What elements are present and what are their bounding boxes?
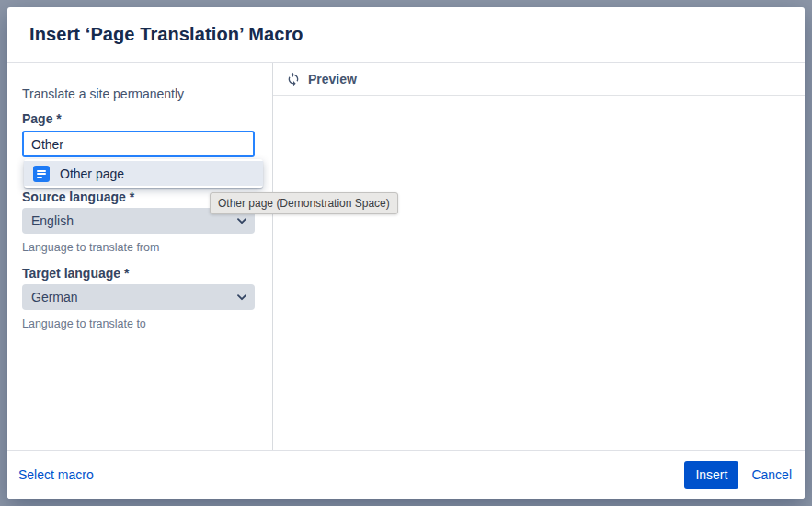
- dialog-footer: Select macro Insert Cancel: [7, 450, 805, 499]
- target-language-select[interactable]: German: [22, 284, 255, 310]
- macro-description: Translate a site permanently: [22, 86, 184, 101]
- insert-button[interactable]: Insert: [684, 461, 738, 489]
- preview-header: Preview: [273, 63, 805, 96]
- dialog-header: Insert ‘Page Translation’ Macro: [7, 7, 805, 63]
- macro-form-panel: Translate a site permanently Page * Othe…: [7, 63, 272, 450]
- target-language-helper: Language to translate to: [22, 317, 146, 330]
- preview-panel: Preview: [272, 63, 805, 450]
- source-language-helper: Language to translate from: [22, 241, 159, 254]
- page-suggestion-dropdown: Other page: [24, 159, 263, 188]
- source-language-label: Source language *: [22, 190, 134, 204]
- select-macro-link[interactable]: Select macro: [18, 467, 94, 482]
- cancel-link[interactable]: Cancel: [751, 467, 792, 482]
- preview-title: Preview: [308, 72, 357, 86]
- target-language-label: Target language *: [22, 266, 129, 281]
- page-input[interactable]: [22, 131, 255, 157]
- chevron-down-icon: [237, 218, 246, 224]
- page-suggestion-item[interactable]: Other page: [24, 161, 263, 186]
- page-suggestion-tooltip: Other page (Demonstration Space): [210, 192, 398, 214]
- page-suggestion-label: Other page: [60, 167, 124, 181]
- dialog-title: Insert ‘Page Translation’ Macro: [29, 24, 303, 45]
- insert-macro-dialog: Insert ‘Page Translation’ Macro Translat…: [7, 7, 805, 499]
- page-icon: [33, 166, 50, 182]
- target-language-value: German: [31, 290, 78, 305]
- page-field-label: Page *: [22, 111, 62, 126]
- refresh-icon[interactable]: [286, 72, 301, 86]
- dialog-body: Translate a site permanently Page * Othe…: [7, 63, 805, 450]
- footer-actions: Insert Cancel: [684, 461, 792, 489]
- chevron-down-icon: [237, 294, 246, 301]
- source-language-value: English: [31, 213, 74, 228]
